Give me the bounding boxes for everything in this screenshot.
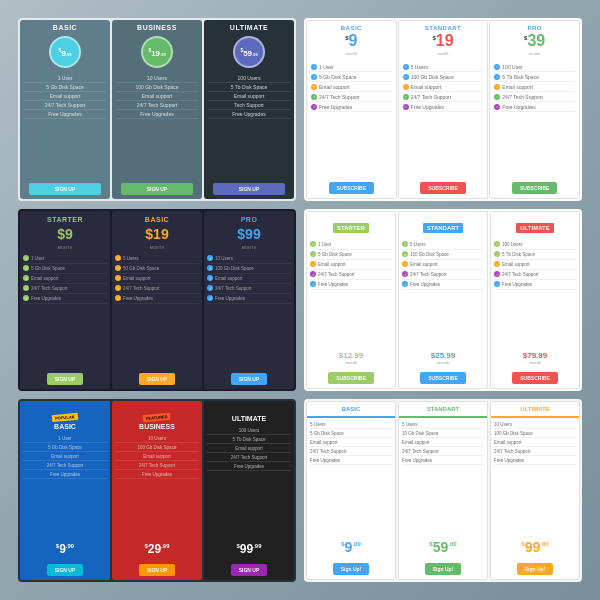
feature: 10 Users	[494, 420, 576, 429]
signup-button[interactable]: Sign Up!	[333, 563, 370, 575]
plan-title: BASIC	[309, 406, 393, 412]
feature: 24/7 Tech Support	[23, 461, 107, 470]
feature: Email support	[23, 452, 107, 461]
feature: 10 Users	[115, 434, 199, 443]
plan-title: STANDART	[401, 406, 485, 412]
feature: 24/7 Tech Support	[116, 101, 198, 110]
feature: 5 Gb Disk Space	[24, 83, 106, 92]
plan-title: STARTER	[22, 216, 108, 223]
feature: 24/7 Tech Support	[494, 447, 576, 456]
plan-basic-s3: BASIC $19 MONTH ✓5 Users ✓50 Gb Disk Spa…	[112, 211, 202, 390]
feature: Free Upgrades	[494, 456, 576, 465]
signup-button[interactable]: SIGN UP	[29, 183, 101, 195]
plan-title: BUSINESS	[114, 423, 200, 430]
plan-standart-s2: STANDART $ 19 month ✓5 Users ✓100 Gb Dis…	[398, 20, 489, 199]
feature: Email support	[208, 92, 290, 101]
signup-button[interactable]: SIGN UP	[47, 373, 84, 385]
plan-title: ULTIMATE	[206, 415, 292, 422]
plan-title: BASIC	[22, 423, 108, 430]
feature: Email support	[207, 444, 291, 453]
feature: Free Upgrades	[116, 110, 198, 119]
plan-title: STANDART	[423, 223, 464, 233]
feature: 24/7 Tech Support	[402, 447, 484, 456]
price-text: $9.99	[59, 47, 72, 58]
plan-basic-s5: POPULAR BASIC 1 User 5 Gb Disk Space Ema…	[20, 401, 110, 580]
signup-button[interactable]: SIGN UP	[139, 373, 176, 385]
feature: 5 Tb Disk Space	[207, 435, 291, 444]
feature: 5 Gb Disk Space	[23, 443, 107, 452]
plan-title: ULTIMATE	[493, 406, 577, 412]
feature: Free Upgrades	[207, 462, 291, 471]
subscribe-button[interactable]: SUBSCRIBE	[512, 182, 557, 194]
feature: 1 User	[23, 434, 107, 443]
section-1: BASIC $9.99 1 User 5 Gb Disk Space Email…	[18, 18, 296, 201]
feature: Email support	[115, 452, 199, 461]
feature: Free Upgrades	[23, 470, 107, 479]
plan-business-s5: FEATURED BUSINESS 10 Users 100 Gb Disk S…	[112, 401, 202, 580]
signup-button[interactable]: SIGN UP	[121, 183, 193, 195]
plan-ultimate-s5: ULTIMATE 100 Users 5 Tb Disk Space Email…	[204, 401, 294, 580]
plan-starter-s3: STARTER $9 MONTH ✓1 User ✓5 Gb Disk Spac…	[20, 211, 110, 390]
plan-title: PRO	[206, 216, 292, 223]
feature: Email support	[402, 438, 484, 447]
subscribe-button[interactable]: SUBSCRIBE	[329, 182, 374, 194]
feature: Free Upgrades	[310, 456, 392, 465]
subscribe-button[interactable]: SUBSCRIBE	[512, 372, 557, 384]
plan-features: 100 Users 5 Tb Disk Space Email support …	[204, 71, 294, 179]
signup-button[interactable]: Sign Up!	[425, 563, 462, 575]
plan-ultimate-s4: ULTIMATE ✓100 Users ✓5 Tb Disk Space ✓Em…	[490, 211, 580, 390]
feature: Email support	[24, 92, 106, 101]
plan-pro-s3: PRO $99 MONTH ✓10 Users ✓100 Gb Disk Spa…	[204, 211, 294, 390]
plan-title: BUSINESS	[114, 24, 200, 31]
feature: Email support	[310, 438, 392, 447]
section-6: BASIC 5 Users 5 Gb Disk Space Email supp…	[304, 399, 582, 582]
section-3: STARTER $9 MONTH ✓1 User ✓5 Gb Disk Spac…	[18, 209, 296, 392]
signup-button[interactable]: SIGN UP	[231, 564, 268, 576]
main-container: BASIC $9.99 1 User 5 Gb Disk Space Email…	[10, 10, 590, 590]
feature: 24/7 Tech Support	[310, 447, 392, 456]
section-2: BASIC $ 9 month ✓1 User ✓5 Gb Disk Space…	[304, 18, 582, 201]
feature: Free Upgrades	[208, 110, 290, 119]
plan-pro-s2: PRO $ 39 month ✓100 User ✓5 Tb Disk Spac…	[489, 20, 580, 199]
price-circle: $9.99	[49, 36, 81, 68]
feature: 5 Tb Disk Space	[208, 83, 290, 92]
subscribe-button[interactable]: SUBSCRIBE	[420, 182, 465, 194]
plan-basic-s6: BASIC 5 Users 5 Gb Disk Space Email supp…	[306, 401, 396, 580]
signup-button[interactable]: Sign Up!	[517, 563, 554, 575]
feature: Free Upgrades	[115, 470, 199, 479]
section-4: STARTER ✓1 User ✓5 Gb Disk Space ✓Email …	[304, 209, 582, 392]
plan-standart-s4: STANDART ✓5 Users ✓100 Gb Disk Space ✓Em…	[398, 211, 488, 390]
plan-basic-s1: BASIC $9.99 1 User 5 Gb Disk Space Email…	[20, 20, 110, 199]
plan-title: BASIC	[22, 24, 108, 31]
feature: 24/7 Tech Support	[207, 453, 291, 462]
plan-title: BASIC	[114, 216, 200, 223]
plan-title: STARTER	[333, 223, 369, 233]
plan-ultimate-s6: ULTIMATE 10 Users 100 Gb Disk Space Emai…	[490, 401, 580, 580]
plan-title: ULTIMATE	[206, 24, 292, 31]
feature: 100 Users	[207, 426, 291, 435]
plan-features: 1 User 5 Gb Disk Space Email support 24/…	[20, 71, 110, 179]
feature: 5 Gb Disk Space	[310, 429, 392, 438]
subscribe-button[interactable]: SUBSCRIBE	[328, 372, 373, 384]
feature: Free Upgrades	[402, 456, 484, 465]
subscribe-button[interactable]: SUBSCRIBE	[420, 372, 465, 384]
signup-button[interactable]: SIGN UP	[231, 373, 268, 385]
feature: Email support	[494, 438, 576, 447]
feature: 100 Gb Disk Space	[494, 429, 576, 438]
section-5: POPULAR BASIC 1 User 5 Gb Disk Space Ema…	[18, 399, 296, 582]
feature: Free Upgrades	[24, 110, 106, 119]
plan-starter-s4: STARTER ✓1 User ✓5 Gb Disk Space ✓Email …	[306, 211, 396, 390]
feature: 10 Users	[116, 74, 198, 83]
plan-business-s1: BUSINESS $19.99 10 Users 100 Gb Disk Spa…	[112, 20, 202, 199]
signup-button[interactable]: SIGN UP	[47, 564, 84, 576]
feature: 100 Gb Disk Space	[116, 83, 198, 92]
feature: 24/7 Tech Support	[24, 101, 106, 110]
feature: 1 User	[24, 74, 106, 83]
plan-title: ULTIMATE	[516, 223, 553, 233]
feature: 5 Users	[310, 420, 392, 429]
plan-standart-s6: STANDART 5 Users 10 Gb Disk Space Email …	[398, 401, 488, 580]
signup-button[interactable]: SIGN UP	[213, 183, 285, 195]
feature: 100 Users	[208, 74, 290, 83]
price-circle: $59.99	[233, 36, 265, 68]
signup-button[interactable]: SIGN UP	[139, 564, 176, 576]
